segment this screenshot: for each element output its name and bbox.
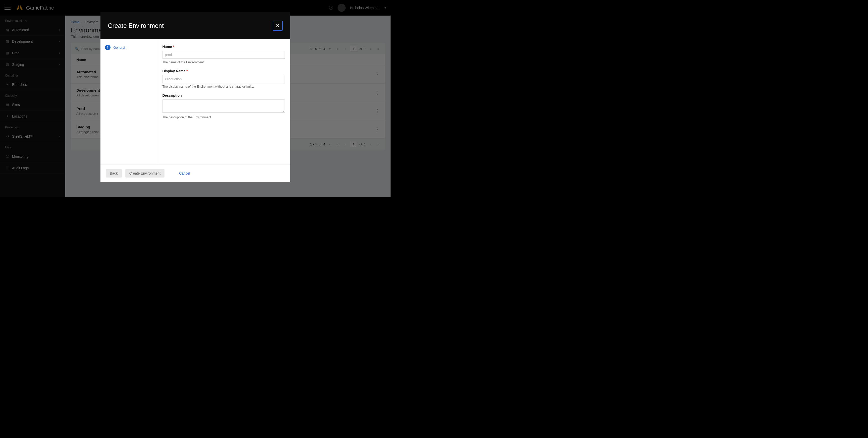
description-input[interactable] (162, 99, 285, 113)
name-help: The name of the Environment. (162, 61, 285, 64)
modal-title: Create Environment (108, 22, 164, 29)
cancel-button[interactable]: Cancel (175, 169, 194, 178)
close-icon[interactable]: ✕ (273, 21, 283, 31)
name-label: Name* (162, 45, 285, 49)
create-environment-modal: Create Environment ✕ 1 General Name* (100, 12, 290, 182)
create-environment-button[interactable]: Create Environment (125, 169, 165, 178)
step-general[interactable]: 1 General (105, 45, 152, 50)
display-name-label: Display Name* (162, 69, 285, 73)
description-help: The description of the Environment. (162, 116, 285, 119)
step-label: General (114, 46, 125, 50)
step-number: 1 (105, 45, 111, 50)
modal-steps: 1 General (100, 39, 157, 164)
display-name-help: The display name of the Environment with… (162, 85, 285, 88)
display-name-input[interactable] (162, 75, 285, 83)
description-label: Description (162, 93, 285, 97)
modal-overlay[interactable]: Create Environment ✕ 1 General Name* (0, 0, 391, 197)
name-input[interactable] (162, 51, 285, 59)
back-button[interactable]: Back (106, 169, 122, 178)
